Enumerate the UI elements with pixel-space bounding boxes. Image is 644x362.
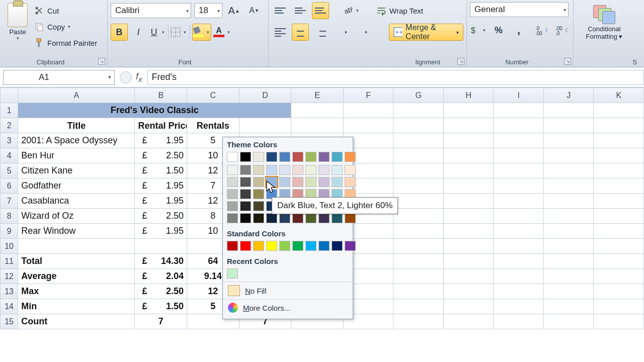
cell[interactable] [494,284,544,299]
cell[interactable] [594,254,644,269]
color-swatch[interactable] [266,177,277,187]
color-swatch[interactable] [318,213,330,223]
color-swatch[interactable] [227,152,238,162]
cell[interactable] [494,118,544,133]
format-painter-button[interactable]: Format Painter [34,35,97,50]
color-swatch[interactable] [240,189,251,199]
row-header[interactable]: 10 [1,239,18,254]
cell[interactable]: £1.50 [135,299,187,314]
cell[interactable] [443,103,494,118]
no-fill-item[interactable]: No Fill [223,282,353,299]
cell[interactable] [443,209,494,224]
font-size-combo[interactable]: 18▾ [194,3,222,18]
color-swatch[interactable] [266,241,277,251]
italic-button[interactable]: I [130,24,147,41]
color-swatch[interactable] [292,241,303,251]
cell[interactable] [443,194,494,209]
color-swatch[interactable] [227,241,238,251]
color-swatch[interactable] [318,152,330,162]
color-swatch[interactable] [240,165,251,175]
color-swatch[interactable] [240,152,251,162]
cell[interactable]: 2001: A Space Odyssey [18,133,135,148]
cell[interactable] [443,269,494,284]
color-swatch[interactable] [292,177,303,187]
increase-indent-button[interactable] [361,24,378,41]
cell[interactable] [543,299,594,314]
cell[interactable] [594,118,644,133]
color-swatch[interactable] [279,213,290,223]
column-header-row[interactable]: A B C D E F G H I J K [1,88,644,103]
paste-button[interactable]: Paste ▾ [3,2,32,50]
borders-button[interactable] [171,24,188,41]
cell[interactable] [543,148,594,163]
cell[interactable] [543,133,594,148]
cell[interactable] [494,194,544,209]
row-header[interactable]: 5 [1,163,18,178]
align-center-button[interactable] [292,24,309,41]
cell[interactable]: £2.50 [135,209,187,224]
cell[interactable] [291,118,344,133]
cell[interactable] [393,299,444,314]
align-top-button[interactable] [272,2,289,19]
col-header[interactable]: J [543,88,594,103]
cell[interactable]: Max [18,284,135,299]
color-swatch[interactable] [305,177,316,187]
cell[interactable] [393,239,444,254]
title-cell[interactable]: Fred's Video Classic [18,103,291,118]
cell[interactable]: Citizen Kane [18,163,135,178]
cell[interactable] [443,299,494,314]
cell[interactable]: Title [18,118,135,133]
cell[interactable] [494,239,544,254]
color-swatch[interactable] [266,165,277,175]
clipboard-dialog-launcher[interactable]: ↘ [98,58,105,65]
color-swatch[interactable] [253,241,264,251]
cell[interactable]: Min [18,299,135,314]
cell[interactable]: Total [18,254,135,269]
cell[interactable] [443,239,494,254]
cell[interactable]: 7 [135,314,187,329]
align-left-button[interactable] [272,24,289,41]
color-swatch[interactable] [345,241,356,251]
cell[interactable]: Godfather [18,178,135,194]
merge-center-button[interactable]: Merge & Center ▾ [389,24,463,41]
cell[interactable] [594,103,644,118]
cell[interactable] [494,178,544,194]
font-name-combo[interactable]: Calibri▾ [111,3,191,18]
cell[interactable]: Ben Hur [18,148,135,163]
cell[interactable]: Wizard of Oz [18,209,135,224]
cell[interactable] [594,194,644,209]
color-swatch[interactable] [240,201,251,211]
color-swatch[interactable] [279,165,290,175]
align-right-button[interactable] [312,24,329,41]
row-header[interactable]: 7 [1,194,18,209]
cell[interactable] [594,209,644,224]
cell[interactable] [393,103,444,118]
color-swatch[interactable] [345,213,356,223]
cut-button[interactable]: Cut [34,3,97,18]
color-swatch[interactable] [266,152,277,162]
color-swatch[interactable] [227,268,238,279]
cell[interactable] [393,118,444,133]
comma-button[interactable]: , [510,22,527,39]
cell[interactable]: Rentals [187,118,239,133]
cell[interactable] [343,118,393,133]
number-format-combo[interactable]: General▾ [470,2,569,17]
color-swatch[interactable] [227,201,238,211]
color-swatch[interactable] [345,177,356,187]
shrink-font-button[interactable]: A▼ [246,2,263,19]
wrap-text-button[interactable]: Wrap Text [376,3,423,18]
cell[interactable]: £1.50 [135,163,187,178]
row-header[interactable]: 2 [1,118,18,133]
cell[interactable] [443,284,494,299]
cell[interactable] [393,178,444,194]
cell[interactable] [443,148,494,163]
cell[interactable] [543,254,594,269]
cell[interactable] [594,239,644,254]
col-header[interactable]: K [594,88,644,103]
name-box[interactable]: A1 [3,70,115,85]
color-swatch[interactable] [345,152,356,162]
cell[interactable] [494,103,544,118]
color-swatch[interactable] [266,213,277,223]
cell[interactable] [543,194,594,209]
cell[interactable] [594,284,644,299]
